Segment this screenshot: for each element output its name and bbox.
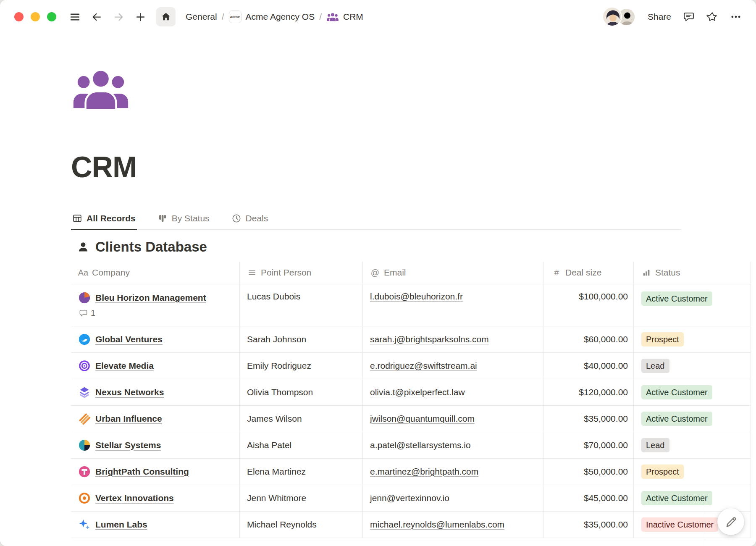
- status-cell[interactable]: Active Customer: [634, 406, 751, 432]
- deal-size-cell[interactable]: $35,000.00: [543, 512, 634, 538]
- email-link[interactable]: jenn@vertexinnov.io: [370, 493, 449, 503]
- email-cell[interactable]: e.rodriguez@swiftstream.ai: [363, 353, 543, 379]
- company-cell[interactable]: Vertex Innovations: [71, 485, 240, 511]
- point-person-cell[interactable]: Sarah Johnson: [240, 326, 363, 352]
- company-link[interactable]: Elevate Media: [95, 361, 154, 371]
- breadcrumb-workspace[interactable]: acme Acme Agency OS: [229, 10, 315, 23]
- deal-size-cell[interactable]: $70,000.00: [543, 432, 634, 458]
- breadcrumb-general[interactable]: General: [186, 12, 217, 22]
- status-badge[interactable]: Active Customer: [641, 385, 712, 399]
- header-point-person[interactable]: Point Person: [240, 262, 363, 284]
- company-cell[interactable]: Global Ventures: [71, 326, 240, 352]
- status-cell[interactable]: Active Customer: [634, 284, 751, 326]
- deal-size-cell[interactable]: $60,000.00: [543, 326, 634, 352]
- status-cell[interactable]: Active Customer: [634, 485, 751, 511]
- tab-all-records[interactable]: All Records: [71, 209, 137, 230]
- company-cell[interactable]: Stellar Systems: [71, 432, 240, 458]
- new-tab-icon[interactable]: [134, 11, 146, 23]
- status-badge[interactable]: Prospect: [641, 465, 684, 479]
- more-options-icon[interactable]: [730, 11, 742, 23]
- company-link[interactable]: Bleu Horizon Management: [95, 293, 206, 303]
- tab-deals[interactable]: Deals: [230, 209, 270, 229]
- company-link[interactable]: Global Ventures: [95, 334, 163, 344]
- status-badge[interactable]: Active Customer: [641, 491, 712, 505]
- point-person-cell[interactable]: Elena Martinez: [240, 459, 363, 485]
- comment-count[interactable]: 1: [79, 308, 206, 318]
- deal-size-cell[interactable]: $45,000.00: [543, 485, 634, 511]
- share-button[interactable]: Share: [648, 12, 671, 22]
- point-person-cell[interactable]: Emily Rodriguez: [240, 353, 363, 379]
- home-button[interactable]: [156, 7, 176, 26]
- crm-page-icon-large[interactable]: [71, 67, 131, 112]
- status-badge[interactable]: Prospect: [641, 332, 684, 346]
- breadcrumb-crm[interactable]: CRM: [326, 12, 363, 22]
- email-link[interactable]: olivia.t@pixelperfect.law: [370, 387, 465, 397]
- header-company[interactable]: Aa Company: [71, 262, 240, 284]
- favorite-star-icon[interactable]: [706, 11, 718, 23]
- header-deal-size[interactable]: # Deal size: [543, 262, 634, 284]
- close-button[interactable]: [14, 12, 24, 21]
- email-cell[interactable]: sarah.j@brightsparksolns.com: [363, 326, 543, 352]
- point-person-cell[interactable]: Jenn Whitmore: [240, 485, 363, 511]
- zoom-button[interactable]: [47, 12, 56, 21]
- email-cell[interactable]: jwilson@quantumquill.com: [363, 406, 543, 432]
- status-badge[interactable]: Active Customer: [641, 291, 712, 306]
- email-link[interactable]: e.martinez@brightpath.com: [370, 467, 478, 477]
- company-cell[interactable]: Elevate Media: [71, 353, 240, 379]
- company-link[interactable]: Lumen Labs: [95, 520, 147, 530]
- deal-size-cell[interactable]: $35,000.00: [543, 406, 634, 432]
- back-icon[interactable]: [91, 11, 102, 23]
- company-link[interactable]: Vertex Innovations: [95, 493, 174, 503]
- status-cell[interactable]: Lead: [634, 432, 751, 458]
- status-badge[interactable]: Active Customer: [641, 412, 712, 426]
- email-link[interactable]: l.dubois@bleuhorizon.fr: [370, 291, 463, 302]
- header-email[interactable]: @ Email: [363, 262, 543, 284]
- email-cell[interactable]: jenn@vertexinnov.io: [363, 485, 543, 511]
- ai-assistant-button[interactable]: [717, 508, 744, 535]
- status-cell[interactable]: Prospect: [634, 459, 751, 485]
- email-link[interactable]: michael.reynolds@lumenlabs.com: [370, 520, 504, 530]
- point-person-cell[interactable]: Lucas Dubois: [240, 284, 363, 326]
- company-link[interactable]: Stellar Systems: [95, 440, 161, 450]
- status-cell[interactable]: Prospect: [634, 326, 751, 352]
- company-cell[interactable]: Nexus Networks: [71, 379, 240, 405]
- email-cell[interactable]: l.dubois@bleuhorizon.fr: [363, 284, 543, 326]
- minimize-button[interactable]: [31, 12, 40, 21]
- tab-by-status[interactable]: By Status: [156, 209, 211, 229]
- email-link[interactable]: e.rodriguez@swiftstream.ai: [370, 361, 477, 371]
- header-status[interactable]: Status: [634, 262, 751, 284]
- email-link[interactable]: sarah.j@brightsparksolns.com: [370, 334, 489, 344]
- email-cell[interactable]: olivia.t@pixelperfect.law: [363, 379, 543, 405]
- email-link[interactable]: jwilson@quantumquill.com: [370, 414, 475, 424]
- company-link[interactable]: Nexus Networks: [95, 387, 164, 397]
- company-cell[interactable]: Bleu Horizon Management 1: [71, 284, 240, 326]
- email-link[interactable]: a.patel@stellarsystems.io: [370, 440, 471, 450]
- sidebar-toggle-icon[interactable]: [69, 11, 81, 23]
- company-cell[interactable]: BrightPath Consulting: [71, 459, 240, 485]
- point-person-cell[interactable]: Aisha Patel: [240, 432, 363, 458]
- forward-icon[interactable]: [113, 11, 124, 23]
- status-cell[interactable]: Active Customer: [634, 379, 751, 405]
- deal-size-cell[interactable]: $50,000.00: [543, 459, 634, 485]
- deal-size-cell[interactable]: $40,000.00: [543, 353, 634, 379]
- company-link[interactable]: Urban Influence: [95, 414, 162, 424]
- avatar[interactable]: [602, 7, 622, 26]
- page-title[interactable]: CRM: [71, 152, 756, 183]
- status-cell[interactable]: Lead: [634, 353, 751, 379]
- deal-size-cell[interactable]: $120,000.00: [543, 379, 634, 405]
- company-link[interactable]: BrightPath Consulting: [95, 467, 189, 477]
- status-badge[interactable]: Inactive Customer: [641, 517, 718, 532]
- point-person-cell[interactable]: Olivia Thompson: [240, 379, 363, 405]
- comments-icon[interactable]: [683, 11, 695, 23]
- email-cell[interactable]: michael.reynolds@lumenlabs.com: [363, 512, 543, 538]
- status-badge[interactable]: Lead: [641, 359, 669, 373]
- point-person-cell[interactable]: Michael Reynolds: [240, 512, 363, 538]
- deal-size-cell[interactable]: $100,000.00: [543, 284, 634, 326]
- status-badge[interactable]: Lead: [641, 438, 669, 452]
- company-cell[interactable]: Lumen Labs: [71, 512, 240, 538]
- database-title[interactable]: Clients Database: [77, 239, 756, 255]
- point-person-cell[interactable]: James Wilson: [240, 406, 363, 432]
- email-cell[interactable]: a.patel@stellarsystems.io: [363, 432, 543, 458]
- email-cell[interactable]: e.martinez@brightpath.com: [363, 459, 543, 485]
- company-cell[interactable]: Urban Influence: [71, 406, 240, 432]
